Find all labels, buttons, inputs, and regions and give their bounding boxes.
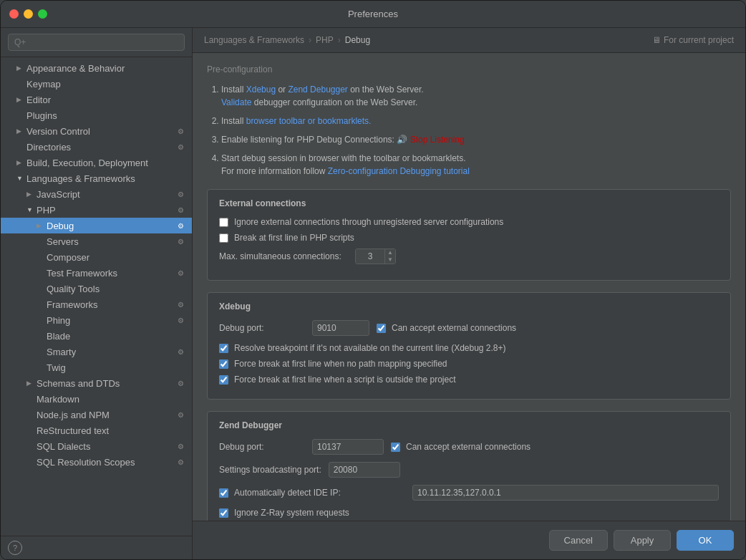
zend-ip-input[interactable] [412, 485, 719, 501]
sidebar-item-keymap[interactable]: Keymap [1, 76, 192, 92]
zero-config-link[interactable]: Zero-configuration Debugging tutorial [328, 166, 470, 176]
step4-prefix: For more information follow [221, 166, 325, 176]
sidebar-item-label: Plugins [26, 110, 186, 121]
external-connections-title: External connections [219, 198, 719, 208]
zend-debug-port-input[interactable] [312, 439, 384, 455]
sidebar-item-smarty[interactable]: Smarty ⚙ [1, 344, 192, 359]
sidebar-item-restructured-text[interactable]: ReStructured text [1, 423, 192, 438]
zend-ignore-zray-label: Ignore Z-Ray system requests [234, 508, 349, 518]
ok-button[interactable]: OK [677, 530, 734, 551]
settings-icon: ⚙ [175, 299, 186, 310]
close-button[interactable] [9, 9, 19, 19]
sidebar-item-schemas-dtds[interactable]: ▶ Schemas and DTDs ⚙ [1, 375, 192, 391]
max-connections-input[interactable] [356, 249, 384, 264]
xdebug-debug-port-input[interactable] [312, 320, 369, 336]
settings-icon: ⚙ [175, 125, 186, 137]
breadcrumb-project: 🖥 For current project [652, 35, 734, 45]
sidebar-item-phing[interactable]: Phing ⚙ [1, 312, 192, 328]
sidebar-item-label: Editor [26, 95, 186, 105]
zend-can-accept-checkbox[interactable] [391, 443, 400, 452]
zend-broadcast-port-input[interactable] [329, 462, 400, 478]
sidebar-item-label: Phing [47, 315, 175, 326]
maximize-button[interactable] [38, 9, 47, 19]
sidebar-item-sql-dialects[interactable]: SQL Dialects ⚙ [1, 438, 192, 454]
breadcrumb-item-languages: Languages & Frameworks [204, 35, 304, 45]
sidebar-item-appearance[interactable]: ▶ Appearance & Behavior [1, 60, 192, 76]
sidebar-item-label: Node.js and NPM [37, 410, 175, 420]
sidebar-item-directories[interactable]: Directories ⚙ [1, 139, 192, 155]
sidebar-item-markdown[interactable]: Markdown [1, 391, 192, 407]
help-button[interactable]: ? [8, 541, 22, 555]
step1-or: or [278, 85, 286, 95]
xdebug-can-accept-row: Can accept external connections [377, 323, 516, 333]
break-first-line-checkbox[interactable] [219, 233, 228, 243]
sidebar-item-plugins[interactable]: Plugins [1, 107, 192, 123]
breadcrumb-separator: › [309, 35, 311, 45]
stop-listening-link[interactable]: Stop Listening [410, 135, 465, 145]
xdebug-can-accept-checkbox[interactable] [377, 324, 386, 333]
zend-debugger-link[interactable]: Zend Debugger [288, 85, 347, 95]
zend-broadcast-port-row: Settings broadcasting port: [219, 462, 719, 478]
step3-prefix: Enable listening for PHP Debug Connectio… [221, 135, 394, 145]
zend-debug-port-label: Debug port: [219, 442, 305, 452]
xdebug-force-break-outside-checkbox[interactable] [219, 375, 228, 385]
sidebar-item-build[interactable]: ▶ Build, Execution, Deployment [1, 155, 192, 170]
xdebug-resolve-bp-label: Resolve breakpoint if it's not available… [234, 343, 506, 353]
xdebug-title: Xdebug [219, 301, 719, 312]
sidebar-item-editor[interactable]: ▶ Editor [1, 92, 192, 107]
cancel-button[interactable]: Cancel [549, 530, 608, 551]
sidebar-item-composer[interactable]: Composer [1, 249, 192, 265]
spinner-down-button[interactable]: ▼ [385, 256, 395, 264]
sidebar-item-languages[interactable]: ▼ Languages & Frameworks [1, 170, 192, 186]
sidebar-item-label: Twig [47, 362, 186, 373]
zend-debugger-title: Zend Debugger [219, 420, 719, 430]
sidebar-item-nodejs[interactable]: Node.js and NPM ⚙ [1, 407, 192, 423]
sidebar-item-javascript[interactable]: ▶ JavaScript ⚙ [1, 186, 192, 202]
sidebar-item-frameworks[interactable]: Frameworks ⚙ [1, 296, 192, 312]
sidebar-tree: ▶ Appearance & Behavior Keymap ▶ Editor … [1, 57, 192, 536]
sidebar-item-label: Appearance & Behavior [26, 63, 186, 74]
zend-auto-detect-checkbox[interactable] [219, 488, 228, 498]
xdebug-force-break-no-mapping-label: Force break at first line when no path m… [234, 359, 447, 369]
settings-panel: Pre-configuration Install Xdebug or Zend… [193, 53, 745, 521]
sidebar-item-twig[interactable]: Twig [1, 359, 192, 375]
validate-link[interactable]: Validate [221, 97, 251, 107]
step4: Start debug session in browser with the … [221, 152, 731, 178]
arrow-icon: ▶ [37, 222, 47, 229]
minimize-button[interactable] [24, 9, 33, 19]
xdebug-link[interactable]: Xdebug [246, 85, 276, 95]
sidebar-item-servers[interactable]: Servers ⚙ [1, 233, 192, 249]
sidebar-item-label: ReStructured text [37, 425, 186, 436]
ignore-external-checkbox[interactable] [219, 218, 228, 227]
sidebar-item-label: Test Frameworks [47, 268, 175, 279]
monitor-icon: 🖥 [652, 35, 661, 45]
sidebar-item-quality-tools[interactable]: Quality Tools [1, 281, 192, 296]
spinner-up-button[interactable]: ▲ [385, 249, 395, 256]
settings-icon: ⚙ [175, 409, 186, 420]
sidebar-item-version-control[interactable]: ▶ Version Control ⚙ [1, 123, 192, 139]
sidebar-item-php[interactable]: ▼ PHP ⚙ [1, 202, 192, 218]
zend-debug-port-row: Debug port: Can accept external connecti… [219, 439, 719, 455]
ignore-external-row: Ignore external connections through unre… [219, 217, 719, 227]
xdebug-force-break-no-mapping-checkbox[interactable] [219, 359, 228, 369]
sidebar-item-label: Markdown [37, 394, 186, 405]
sidebar-item-debug[interactable]: ▶ Debug ⚙ [1, 218, 192, 233]
xdebug-force-break-no-mapping-row: Force break at first line when no path m… [219, 359, 719, 369]
sidebar-item-test-frameworks[interactable]: Test Frameworks ⚙ [1, 265, 192, 281]
sidebar-item-label: SQL Resolution Scopes [37, 457, 175, 468]
browser-toolbar-link[interactable]: browser toolbar or bookmarklets. [246, 116, 372, 126]
apply-button[interactable]: Apply [614, 530, 671, 551]
sidebar-item-sql-resolution[interactable]: SQL Resolution Scopes ⚙ [1, 454, 192, 470]
xdebug-resolve-bp-checkbox[interactable] [219, 344, 228, 353]
arrow-icon: ▼ [26, 206, 37, 213]
pre-config-title: Pre-configuration [207, 64, 731, 74]
sidebar-item-blade[interactable]: Blade [1, 328, 192, 344]
breadcrumb-item-php: PHP [316, 35, 334, 45]
zend-ignore-zray-checkbox[interactable] [219, 508, 228, 518]
search-input[interactable] [8, 34, 185, 51]
settings-icon: ⚙ [175, 236, 186, 247]
zend-debugger-section: Zend Debugger Debug port: Can accept ext… [207, 411, 731, 521]
breadcrumb: Languages & Frameworks › PHP › Debug 🖥 F… [193, 28, 745, 53]
sidebar-item-label: Smarty [47, 347, 175, 357]
settings-icon: ⚙ [175, 141, 186, 153]
